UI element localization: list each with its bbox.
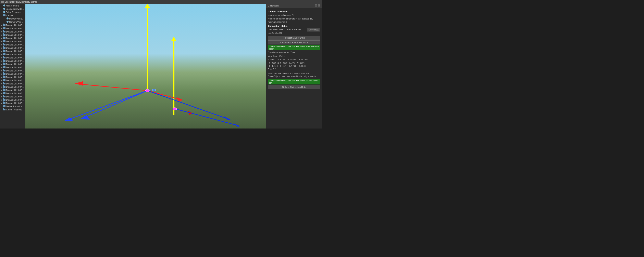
hierarchy-item[interactable]: ▶Dataset 2019-07-16_15-26-02 [0,53,25,56]
hierarchy-item[interactable]: ▶Dataset 2019-07-16_15-25-26 [0,30,25,33]
hierarchy-item[interactable]: ▶Dataset 2019-07-16_15-25-58 [0,49,25,53]
expand-arrow-icon[interactable]: ▶ [1,80,3,81]
hierarchy-item[interactable]: Camera Visual Helper [0,20,25,23]
hierarchy-item[interactable]: ▶Dataset 2019-07-16_15-26-31 [0,72,25,75]
detected-markers-text: Number of detected markers in last datas… [268,17,320,24]
hierarchy-item-label: Dataset 2019-07-16_15-27-02 [6,89,24,91]
hierarchy-item[interactable]: ▶Dataset 2019-07-16_15-26-05 [0,56,25,59]
expand-arrow-icon[interactable]: ▶ [1,54,3,55]
hierarchy-item[interactable]: ▶Dataset 2019-07-16_15-25-32 [0,36,25,40]
hierarchy-item-label: Dataset 2019-07-16_15-25-37 [6,40,24,43]
svg-point-20 [173,108,177,110]
hierarchy-item[interactable]: ▶Dataset 2019-07-16_15-25-45 [0,43,25,46]
hierarchy-item[interactable]: ▶Dataset 2019-07-16_15-27-12 [0,95,25,98]
expand-arrow-icon[interactable]: ▶ [1,83,3,85]
expand-arrow-icon[interactable]: ▶ [1,89,3,91]
hierarchy-item-label: Main Camera [6,4,19,7]
hierarchy-item[interactable]: ▶Dataset 2019-07-16_15-26-14 [0,59,25,62]
hierarchy-item[interactable]: ▶Dataset 2019-07-16_15-27-02 [0,88,25,92]
hierarchy-item-label: Dataset 2019-07-16_15-25-29 [6,34,24,36]
hierarchy-item-label: Dataset 2019-07-16_15-25-32 [6,37,24,39]
expand-arrow-icon[interactable]: ▶ [1,37,3,39]
hierarchy-item[interactable]: ▶Dataset 2019-07-16_15-27-07 [0,92,25,95]
expand-arrow-icon[interactable]: ▶ [1,28,3,29]
folder-icon [3,34,6,36]
expand-arrow-icon[interactable]: ▶ [1,50,3,52]
expand-arrow-icon[interactable]: ▶ [1,60,3,62]
expand-arrow-icon[interactable]: ▶ [1,99,3,101]
hierarchy-item[interactable]: ▶Dataset 2019-07-16_15-25-12 [0,27,25,30]
hierarchy-item-label: Dataset 2019-07-16_15-27-19 [6,102,24,104]
folder-icon [3,44,6,45]
folder-icon [3,40,6,42]
hierarchy-item-label: Editor Extrinsics Calibration [6,11,24,13]
hierarchy-item[interactable]: Editor Extrinsics Calibration [0,10,25,14]
hierarchy-item[interactable]: Global Extrinsics [0,105,25,108]
hierarchy-item-label: Camera Visual Helper [9,21,24,23]
expand-arrow-icon[interactable]: ▶ [1,24,3,26]
hierarchy-item[interactable]: ▶Dataset 2019-07-16_15-25-51 [0,46,25,49]
file-path-2[interactable]: C:\Users\chriba\Documents\Calibration\Ca… [268,79,320,84]
hierarchy-item[interactable]: Marker Visual Helper [0,17,25,20]
title-bar-text: SpectatorView.ExtrinsicsCalibrati [4,0,37,3]
hierarchy-item[interactable]: ▶Dataset 2019-07-16_15-25-02 [0,23,25,27]
hierarchy-item[interactable]: ▶Dataset 2019-07-16_15-26-19 [0,62,25,66]
folder-icon [3,79,6,81]
expand-arrow-icon[interactable]: ▶ [1,47,3,49]
expand-arrow-icon[interactable]: ▶ [1,93,3,94]
expand-arrow-icon[interactable]: ▶ [1,44,3,46]
upload-calibration-button[interactable]: Upload Calibration Data [268,85,320,89]
hierarchy-item[interactable]: ▶Dataset 2019-07-16_15-26-38 [0,75,25,79]
expand-arrow-icon[interactable]: ▶ [1,102,3,104]
hierarchy-item[interactable]: Canvas [0,14,25,17]
hierarchy-item-label: Dataset 2019-07-16_15-26-57 [6,86,24,88]
calibration-body: Camera Extrinsics Usable marker datasets… [266,8,322,128]
expand-arrow-icon[interactable]: ▶ [1,57,3,59]
expand-arrow-icon[interactable]: ▶ [1,41,3,42]
connection-row: Connected to HOLOLENS-P3EBF4 (10.89.160.… [268,28,320,35]
folder-icon [3,14,6,16]
hierarchy-item-label: Marker Visual Helper [9,17,24,20]
calculate-extrinsics-button[interactable]: Calculate Camera Extrinsics [268,40,320,44]
calibration-tab[interactable]: Calibration [268,4,279,7]
folder-icon [3,60,6,62]
disconnect-button[interactable]: Disconnect [307,28,320,31]
viewport [26,4,266,128]
hierarchy-item-label: Global HoloLens [6,108,22,111]
hierarchy-item[interactable]: SpectatorView.Compositor [0,7,25,10]
hierarchy-item[interactable]: ▶Dataset 2019-07-16_15-25-29 [0,33,25,36]
expand-arrow-icon[interactable]: ▶ [1,73,3,75]
hierarchy-item[interactable]: ▶Dataset 2019-07-16_15-26-57 [0,85,25,88]
hierarchy-item[interactable]: ▶Dataset 2019-07-16_15-25-37 [0,40,25,43]
hierarchy-item[interactable]: ▶Dataset 2019-07-16_15-26-50 [0,82,25,85]
hierarchy-item[interactable]: Global HoloLens [0,108,25,111]
expand-arrow-icon[interactable]: ▶ [1,70,3,72]
hierarchy-item[interactable]: ▶Dataset 2019-07-16_15-26-43 [0,79,25,82]
folder-icon [3,89,6,91]
expand-arrow-icon[interactable]: ▶ [1,86,3,88]
camera-extrinsics-title: Camera Extrinsics [268,10,320,13]
hierarchy-item[interactable]: ▶Dataset 2019-07-16_15-26-23 [0,66,25,69]
expand-arrow-icon[interactable]: ▶ [1,67,3,68]
request-marker-button[interactable]: Request Marker Data [268,36,320,40]
folder-icon [3,73,6,75]
minimize-button[interactable]: − [315,4,317,7]
hierarchy-item[interactable]: Main Camera [0,4,25,7]
calibration-header: Calibration − □ [266,4,322,8]
hierarchy-item-label: Dataset 2019-07-16_15-26-38 [6,76,24,78]
hierarchy-item-label: Dataset 2019-07-16_15-26-19 [6,63,24,65]
hierarchy-item[interactable]: ▶Dataset 2019-07-16_15-26-26 [0,69,25,72]
expand-arrow-icon[interactable]: ▶ [1,31,3,33]
hierarchy-item-label: Dataset 2019-07-16_15-26-23 [6,66,24,69]
folder-icon [3,37,6,39]
hierarchy-item[interactable]: ▶Dataset 2019-07-16_15-27-19 [0,101,25,105]
hierarchy-item[interactable]: ▶Dataset 2019-07-16_15-27-15 [0,98,25,101]
hierarchy-item-label: Dataset 2019-07-16_15-25-51 [6,47,24,49]
object-icon [3,11,5,13]
restore-button[interactable]: □ [318,4,320,7]
expand-arrow-icon[interactable]: ▶ [1,34,3,36]
expand-arrow-icon[interactable]: ▶ [1,96,3,98]
expand-arrow-icon[interactable]: ▶ [1,63,3,65]
expand-arrow-icon[interactable]: ▶ [1,76,3,78]
file-path-1[interactable]: C:\Users\chriba\Documents\Calibration\Ca… [268,45,320,50]
